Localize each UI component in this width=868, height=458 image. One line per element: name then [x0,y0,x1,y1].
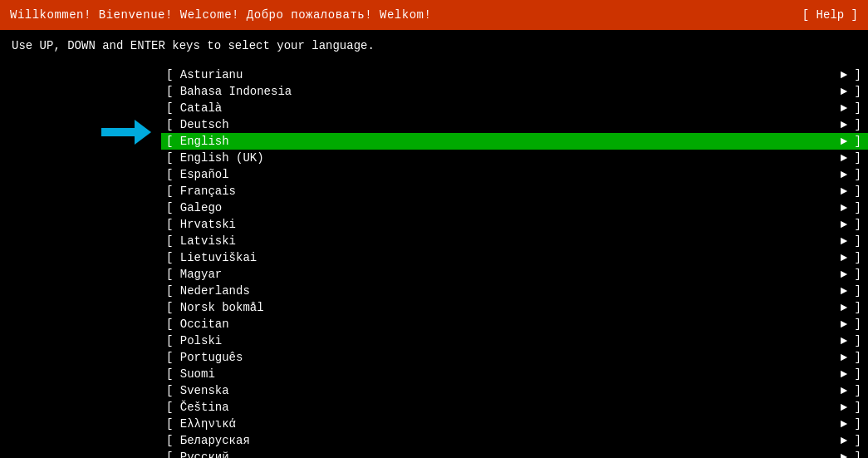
language-item[interactable]: [ Latviski► ] [161,233,868,249]
language-arrow-indicator: ► ] [841,367,865,381]
language-arrow-indicator: ► ] [841,85,865,98]
help-button[interactable]: [ Help ] [802,8,858,22]
language-arrow-indicator: ► ] [841,268,865,281]
top-bar: Willkommen! Bienvenue! Welcome! Добро по… [0,0,868,30]
welcome-title: Willkommen! Bienvenue! Welcome! Добро по… [10,8,431,22]
language-label: [ Català [164,101,841,115]
language-item[interactable]: [ Nederlands► ] [161,283,868,299]
language-item[interactable]: [ Čeština► ] [161,399,868,416]
language-label: [ English [164,135,841,148]
language-item[interactable]: [ Suomi► ] [161,366,868,382]
language-item[interactable]: [ Occitan► ] [161,316,868,332]
language-label: [ Русский [164,451,841,458]
language-item[interactable]: [ Español► ] [161,166,868,183]
language-arrow-indicator: ► ] [841,135,865,148]
language-arrow-indicator: ► ] [841,151,865,165]
language-arrow-indicator: ► ] [841,351,865,364]
language-arrow-indicator: ► ] [841,318,865,331]
language-arrow-indicator: ► ] [841,168,865,181]
language-item[interactable]: [ Polski► ] [161,332,868,349]
language-arrow-indicator: ► ] [841,234,865,248]
language-arrow-indicator: ► ] [841,185,865,198]
language-arrow-indicator: ► ] [841,218,865,231]
language-arrow-indicator: ► ] [841,284,865,298]
language-item[interactable]: [ Ελληνικά► ] [161,416,868,432]
language-item[interactable]: [ English► ] [161,133,868,150]
language-arrow-indicator: ► ] [841,384,865,397]
language-arrow-indicator: ► ] [841,434,865,447]
language-arrow-indicator: ► ] [841,334,865,347]
language-arrow-indicator: ► ] [841,301,865,314]
language-item[interactable]: [ Русский► ] [161,449,868,458]
language-label: [ Svenska [164,384,841,397]
language-label: [ English (UK) [164,151,841,165]
language-arrow-indicator: ► ] [841,101,865,115]
main-content: [ Asturianu► ][ Bahasa Indonesia► ][ Cat… [0,66,868,458]
language-item[interactable]: [ English (UK)► ] [161,150,868,166]
language-label: [ Galego [164,201,841,214]
language-label: [ Bahasa Indonesia [164,85,841,98]
language-item[interactable]: [ Norsk bokmål► ] [161,299,868,316]
language-item[interactable]: [ Français► ] [161,183,868,199]
language-arrow-indicator: ► ] [841,118,865,131]
language-label: [ Español [164,168,841,181]
language-item[interactable]: [ Lietuviškai► ] [161,249,868,266]
language-item[interactable]: [ Deutsch► ] [161,116,868,133]
language-item[interactable]: [ Беларуская► ] [161,432,868,449]
language-label: [ Polski [164,334,841,347]
language-label: [ Português [164,351,841,364]
language-item[interactable]: [ Magyar► ] [161,266,868,283]
language-label: [ Latviski [164,234,841,248]
language-label: [ Deutsch [164,118,841,131]
language-label: [ Nederlands [164,284,841,298]
instruction-text: Use UP, DOWN and ENTER keys to select yo… [12,39,375,52]
language-item[interactable]: [ Hrvatski► ] [161,216,868,233]
language-label: [ Magyar [164,268,841,281]
language-item[interactable]: [ Bahasa Indonesia► ] [161,83,868,100]
language-label: [ Lietuviškai [164,251,841,264]
language-label: [ Asturianu [164,68,841,81]
language-label: [ Suomi [164,367,841,381]
selection-arrow [101,120,151,145]
language-label: [ Čeština [164,401,841,414]
language-label: [ Ελληνικά [164,417,841,431]
language-list: [ Asturianu► ][ Bahasa Indonesia► ][ Cat… [158,66,868,458]
arrow-container [8,66,158,458]
language-label: [ Français [164,185,841,198]
language-arrow-indicator: ► ] [841,401,865,414]
instruction-bar: Use UP, DOWN and ENTER keys to select yo… [0,30,868,63]
language-arrow-indicator: ► ] [841,68,865,81]
language-arrow-indicator: ► ] [841,451,865,458]
arrow-body [101,128,135,136]
language-label: [ Norsk bokmål [164,301,841,314]
language-item[interactable]: [ Asturianu► ] [161,66,868,83]
language-arrow-indicator: ► ] [841,417,865,431]
language-label: [ Occitan [164,318,841,331]
language-arrow-indicator: ► ] [841,251,865,264]
language-item[interactable]: [ Català► ] [161,100,868,116]
language-item[interactable]: [ Galego► ] [161,199,868,216]
language-arrow-indicator: ► ] [841,201,865,214]
language-item[interactable]: [ Português► ] [161,349,868,366]
language-label: [ Hrvatski [164,218,841,231]
language-item[interactable]: [ Svenska► ] [161,382,868,399]
arrow-head [135,120,151,145]
language-label: [ Беларуская [164,434,841,447]
